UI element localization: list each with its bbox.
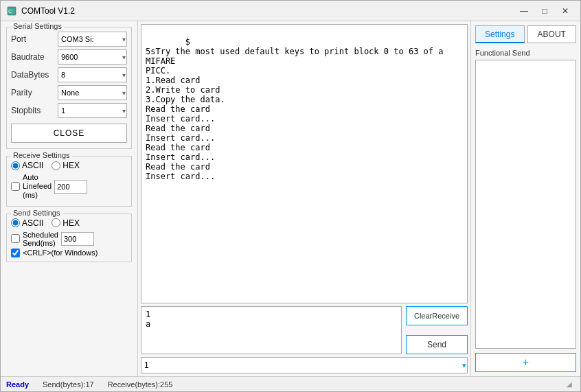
about-button[interactable]: ABOUT — [527, 25, 577, 43]
receive-hex-radio[interactable] — [52, 161, 60, 170]
auto-linefeed-row: Auto Linefeed (ms) — [11, 173, 127, 200]
receive-ascii-text: ASCII — [22, 161, 43, 170]
window-controls: — □ ✕ — [514, 3, 575, 19]
crlf-checkbox[interactable] — [11, 249, 20, 257]
serial-settings-title: Serial Settings — [11, 22, 64, 30]
app-icon: C — [6, 5, 17, 16]
receive-hex-text: HEX — [62, 161, 80, 170]
receive-settings-title: Receive Settings — [11, 151, 72, 159]
databytes-row: DataBytes 8 ▾ — [11, 67, 127, 82]
clear-receive-button[interactable]: ClearReceive — [406, 306, 468, 325]
scheduled-send-label: Scheduled Send(ms) — [23, 231, 58, 247]
parity-label: Parity — [11, 88, 58, 97]
bottom-input-row: 1 ▾ — [141, 357, 468, 373]
close-port-button[interactable]: CLOSE — [11, 124, 127, 143]
window-title: COMTool V1.2 — [21, 6, 514, 16]
stopbits-label: Stopbits — [11, 106, 58, 115]
send-hex-text: HEX — [62, 218, 80, 228]
port-label: Port — [11, 34, 58, 44]
svg-text:C: C — [8, 8, 12, 14]
send-ascii-radio[interactable] — [11, 218, 20, 227]
receive-hex-label[interactable]: HEX — [52, 161, 80, 170]
status-bar: Ready Send(bytes):17 Receive(bytes):255 … — [1, 376, 580, 391]
maximize-button[interactable]: □ — [535, 3, 554, 19]
receive-content: $ 5sTry the most used default keys to pr… — [146, 37, 448, 181]
functional-send-box — [475, 60, 576, 349]
receive-ascii-label[interactable]: ASCII — [11, 161, 43, 170]
auto-linefeed-checkbox[interactable] — [11, 182, 20, 191]
port-select[interactable]: COM3 Si: — [58, 32, 127, 47]
title-bar: C COMTool V1.2 — □ ✕ — [1, 1, 580, 21]
baudrate-select-wrapper: 9600 ▾ — [58, 49, 127, 65]
crlf-row: <CRLF>(for Windows) — [11, 249, 127, 257]
send-ascii-text: ASCII — [22, 218, 43, 228]
bottom-combo-wrapper: 1 ▾ — [141, 357, 468, 373]
baudrate-row: Baudrate 9600 ▾ — [11, 49, 127, 65]
add-functional-button[interactable]: + — [475, 353, 576, 372]
settings-button[interactable]: Settings — [475, 25, 525, 43]
main-window: C COMTool V1.2 — □ ✕ Serial Settings Por… — [0, 0, 581, 392]
window-close-button[interactable]: ✕ — [556, 3, 575, 19]
auto-linefeed-label: Auto Linefeed (ms) — [23, 173, 52, 200]
send-settings-group: Send Settings ASCII HEX Scheduled Send(m… — [6, 214, 132, 262]
send-settings-title: Send Settings — [11, 209, 62, 217]
baudrate-select[interactable]: 9600 — [58, 49, 127, 65]
databytes-label: DataBytes — [11, 70, 58, 80]
databytes-select-wrapper: 8 ▾ — [58, 67, 127, 82]
receive-mode-row: ASCII HEX — [11, 161, 127, 170]
middle-right-controls: ClearReceive Send — [406, 306, 468, 354]
send-hex-label[interactable]: HEX — [52, 218, 80, 228]
receive-area: $ 5sTry the most used default keys to pr… — [141, 24, 468, 303]
send-bytes-status: Send(bytes):17 — [43, 380, 94, 389]
stopbits-select-wrapper: 1 ▾ — [58, 103, 127, 118]
linefeed-input[interactable] — [54, 180, 87, 194]
port-select-wrapper: COM3 Si: ▾ — [58, 32, 127, 47]
parity-select-wrapper: None ▾ — [58, 85, 127, 100]
databytes-select[interactable]: 8 — [58, 67, 127, 82]
functional-send-label: Functional Send — [475, 49, 576, 57]
serial-settings-group: Serial Settings Port COM3 Si: ▾ Baudrate — [6, 27, 132, 149]
scheduled-send-input[interactable] — [61, 232, 94, 246]
send-button[interactable]: Send — [406, 335, 468, 354]
left-panel: Serial Settings Port COM3 Si: ▾ Baudrate — [1, 21, 138, 376]
right-top-buttons: Settings ABOUT — [475, 25, 576, 43]
bottom-combo-select[interactable]: 1 — [141, 357, 468, 373]
minimize-button[interactable]: — — [514, 3, 534, 19]
stopbits-row: Stopbits 1 ▾ — [11, 103, 127, 118]
receive-bytes-status: Receive(bytes):255 — [108, 380, 173, 389]
stopbits-select[interactable]: 1 — [58, 103, 127, 118]
crlf-label: <CRLF>(for Windows) — [23, 249, 98, 257]
send-hex-radio[interactable] — [52, 218, 60, 227]
parity-row: Parity None ▾ — [11, 85, 127, 100]
main-content: Serial Settings Port COM3 Si: ▾ Baudrate — [1, 21, 580, 376]
right-panel: Settings ABOUT Functional Send + — [470, 21, 580, 376]
receive-ascii-radio[interactable] — [11, 161, 20, 170]
scheduled-send-checkbox[interactable] — [11, 234, 20, 243]
port-row: Port COM3 Si: ▾ — [11, 32, 127, 47]
resize-grip-icon: ◢ — [567, 380, 575, 389]
send-area-row: 1 a ClearReceive Send — [141, 306, 468, 354]
send-ascii-label[interactable]: ASCII — [11, 218, 43, 228]
parity-select[interactable]: None — [58, 85, 127, 100]
status-ready: Ready — [6, 380, 29, 389]
send-mode-row: ASCII HEX — [11, 218, 127, 228]
baudrate-label: Baudrate — [11, 52, 58, 62]
middle-panel: $ 5sTry the most used default keys to pr… — [138, 21, 470, 376]
receive-settings-group: Receive Settings ASCII HEX Auto Linefeed… — [6, 156, 132, 207]
send-textarea[interactable]: 1 a — [141, 306, 402, 354]
scheduled-send-row: Scheduled Send(ms) — [11, 231, 127, 247]
